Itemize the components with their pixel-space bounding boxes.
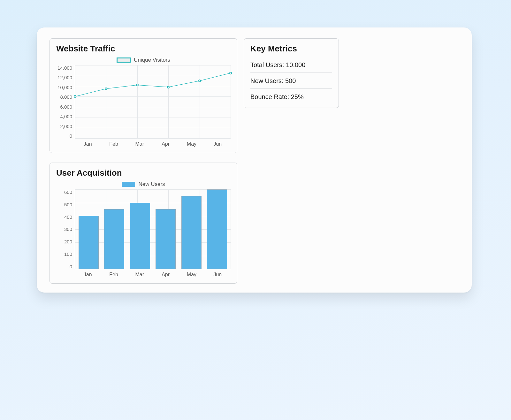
panel-key-metrics: Key Metrics Total Users: 10,000 New User… (244, 38, 339, 108)
y-tick-label: 12,000 (57, 75, 72, 80)
y-tick-label: 500 (64, 202, 72, 207)
dashboard-layout: Website Traffic Unique Visitors 14,00012… (50, 38, 460, 284)
data-point (198, 80, 201, 82)
x-tick-label: Feb (101, 272, 126, 278)
y-tick-label: 10,000 (57, 85, 72, 90)
metrics-list: Total Users: 10,000 New Users: 500 Bounc… (250, 57, 332, 102)
x-tick-label: Mar (127, 141, 153, 147)
y-tick-label: 300 (64, 226, 72, 232)
data-point (167, 86, 170, 88)
bar-cell (153, 189, 179, 269)
x-tick-label: Jun (205, 272, 231, 278)
panel-title: Website Traffic (56, 44, 231, 54)
bar (207, 189, 227, 269)
y-tick-label: 6,000 (60, 104, 72, 110)
bar-cell (204, 189, 230, 269)
bar-cell (76, 189, 102, 269)
x-tick-label: Apr (153, 272, 179, 278)
bar (156, 209, 176, 269)
panel-user-acquisition: User Acquisition New Users 6005004003002… (50, 163, 237, 284)
data-point (74, 95, 76, 98)
y-tick-label: 100 (64, 251, 72, 257)
bar (181, 196, 202, 269)
legend-label: Unique Visitors (134, 57, 170, 63)
plot-area (75, 189, 231, 269)
y-tick-label: 0 (70, 133, 72, 139)
bar-cell (127, 189, 153, 269)
plot-area (75, 65, 231, 139)
y-tick-label: 0 (70, 264, 72, 269)
bar (79, 216, 99, 269)
x-tick-label: Jan (75, 141, 101, 147)
line-chart-box: 14,00012,00010,0008,0006,0004,0002,0000 (56, 65, 231, 139)
dashboard-card: Website Traffic Unique Visitors 14,00012… (37, 27, 472, 293)
x-tick-label: Feb (101, 141, 126, 147)
x-axis: JanFebMarAprMayJun (75, 272, 231, 278)
y-tick-label: 8,000 (60, 94, 72, 100)
x-tick-label: Jun (205, 141, 231, 147)
y-tick-label: 200 (64, 239, 72, 244)
chart-legend: New Users (56, 181, 231, 187)
bar (104, 209, 124, 269)
y-tick-label: 600 (64, 189, 72, 195)
line-path-svg (75, 65, 231, 138)
legend-label: New Users (138, 181, 165, 187)
x-tick-label: Apr (153, 141, 179, 147)
chart-legend: Unique Visitors (56, 57, 231, 63)
bar-cell (102, 189, 127, 269)
bar-chart-box: 6005004003002001000 (56, 189, 231, 269)
x-tick-label: May (179, 272, 204, 278)
y-tick-label: 4,000 (60, 114, 72, 119)
bar-chart-plot (75, 189, 231, 269)
y-tick-label: 400 (64, 214, 72, 220)
panel-website-traffic: Website Traffic Unique Visitors 14,00012… (50, 38, 237, 153)
bars-container (75, 189, 231, 269)
metric-item-total-users: Total Users: 10,000 (250, 57, 332, 73)
panel-title: User Acquisition (56, 168, 231, 178)
metric-item-new-users: New Users: 500 (250, 73, 332, 89)
bar (130, 203, 150, 269)
data-point (105, 88, 107, 90)
x-tick-label: Jan (75, 272, 101, 278)
y-axis: 14,00012,00010,0008,0006,0004,0002,0000 (56, 65, 75, 139)
x-axis: JanFebMarAprMayJun (75, 141, 231, 147)
y-tick-label: 14,000 (57, 65, 72, 71)
legend-swatch-line-icon (117, 57, 131, 63)
x-tick-label: May (179, 141, 204, 147)
panel-title: Key Metrics (250, 44, 332, 54)
x-tick-label: Mar (127, 272, 153, 278)
data-point (229, 72, 232, 74)
y-axis: 6005004003002001000 (56, 189, 75, 269)
metric-item-bounce-rate: Bounce Rate: 25% (250, 89, 332, 102)
legend-swatch-bar-icon (122, 182, 135, 187)
y-tick-label: 2,000 (60, 124, 72, 129)
line-chart-plot (75, 65, 231, 139)
bar-cell (179, 189, 204, 269)
data-point (136, 84, 139, 86)
